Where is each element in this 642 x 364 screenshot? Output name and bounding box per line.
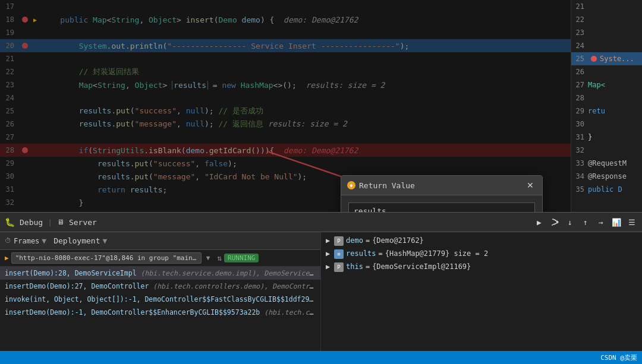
deployment-dropdown[interactable]: ▼ [102,236,107,245]
arrow-17 [31,2,39,11]
line-num-18: 18 [0,15,19,24]
arrow-25 [31,107,39,115]
rp-line-35: 35 public D [571,183,642,196]
breakpoint-18 [22,17,28,23]
frame-detail-3: (hbi.tech.controllers... [264,308,320,316]
code-line-26: 26 results.put("message", null); // 返回信息… [0,118,571,131]
line-num-19: 19 [0,29,19,37]
rp-line-28: 28 [571,91,642,105]
frames-header: ⏱ Frames ▼ Deployment ▼ [0,232,320,250]
line-num-25: 25 [0,107,19,115]
var-expand-results[interactable]: ▶ [326,249,334,258]
return-value-dialog: ◆ Return Value ✕ results ? OK Cancel [341,175,543,212]
bp-18[interactable] [19,17,31,23]
code-line-17: 17 [0,0,571,13]
line-num-30: 30 [0,172,19,181]
more-options-button[interactable]: ☰ [627,217,637,227]
line-content-28: if(StringUtils.isBlank(demo.getIdCard())… [39,146,571,155]
evaluate-button[interactable]: 📊 [611,217,622,227]
frames-panel: ⏱ Frames ▼ Deployment ▼ ▶ "http-nio-8080… [0,232,321,351]
filter-icon[interactable]: ⇅ [217,254,222,262]
arrow-21 [31,55,39,63]
rp-line-26: 26 [571,65,642,78]
arrow-20 [31,42,39,50]
modal-title-area: ◆ Return Value [347,181,415,190]
frame-item-2[interactable]: invoke(int, Object, Object[]):-1, DemoCo… [0,293,320,306]
frame-main-0: insert(Demo):28, DemoServiceImpl [5,269,137,277]
line-num-33: 33 [0,211,19,212]
step-into-button[interactable]: ↓ [565,217,575,227]
var-equals-this: = [366,262,370,271]
frame-item-3[interactable]: insertDemo(Demo):-1, DemoController$$Enh… [0,306,320,319]
thread-row: ▶ "http-nio-8080-exec-17"@18,846 in grou… [0,250,320,267]
run-to-cursor-button[interactable]: → [596,217,606,227]
var-icon-demo: P [334,236,344,246]
server-label: Server [69,218,97,227]
var-expand-this[interactable]: ▶ [326,262,334,271]
modal-icon: ◆ [347,181,355,189]
step-out-button[interactable]: ↑ [580,217,591,227]
line-num-22: 22 [0,68,19,76]
frame-detail-0: (hbi.tech.service.demo.impl), DemoServic… [141,269,321,277]
status-bar: CSDN @卖栗 [0,351,642,364]
rp-line-29: 29 retu [571,105,642,118]
code-line-24: 24 [0,91,571,105]
thread-icon: ▶ [5,254,9,262]
arrow-31 [31,185,39,194]
rp-line-22: 22 [571,13,642,26]
line-num-26: 26 [0,120,19,128]
arrow-28 [31,146,39,154]
frames-content: insert(Demo):28, DemoServiceImpl (hbi.te… [0,267,320,319]
frame-main-1: insertDemo(Demo):27, DemoController [5,282,149,290]
arrow-18: ▶ [31,15,39,24]
step-over-button[interactable] [549,217,560,227]
rp-line-21: 21 [571,0,642,13]
deployment-label: Deployment [54,236,100,245]
rp-line-31: 31 } [571,131,642,144]
modal-close-button[interactable]: ✕ [524,179,536,191]
line-num-32: 32 [0,198,19,207]
bp-20[interactable] [19,43,31,49]
variables-content: ▶ P demo = {Demo@21762} ▶ ≡ results = {H… [321,232,642,276]
arrow-30 [31,172,39,181]
bottom-panel: ⏱ Frames ▼ Deployment ▼ ▶ "http-nio-8080… [0,232,642,351]
var-item-results: ▶ ≡ results = {HashMap@21779} size = 2 [326,248,637,261]
frames-icon: ⏱ [5,237,11,245]
frame-item-1[interactable]: insertDemo(Demo):27, DemoController (hbi… [0,280,320,293]
var-expand-demo[interactable]: ▶ [326,236,334,245]
left-panel: 17 18 ▶ public Map<String, Object> inser… [0,0,571,212]
server-icon: 🖥 [57,218,64,226]
code-line-21: 21 [0,52,571,65]
code-line-29: 29 results.put("success", false); [0,157,571,170]
var-value-demo: {Demo@21762} [372,236,424,245]
arrow-24 [31,94,39,102]
breakpoint-20 [22,43,28,49]
resume-button[interactable]: ▶ [534,217,545,227]
rp-line-33: 33 @RequestM [571,157,642,170]
svg-marker-2 [557,220,559,224]
frames-dropdown[interactable]: ▼ [42,236,46,245]
rp-line-32: 32 [571,144,642,157]
thread-dropdown[interactable]: ▼ [206,254,210,262]
line-num-31: 31 [0,185,19,194]
bp-28[interactable] [19,147,31,153]
frame-main-2: invoke(int, Object, Object[]):-1, DemoCo… [5,295,317,303]
rp-line-23: 23 [571,26,642,39]
line-content-22: // 封装返回结果 [39,67,571,77]
var-equals-results: = [379,249,383,258]
code-line-28: 28 if(StringUtils.isBlank(demo.getIdCard… [0,144,571,157]
var-name-results: results [346,249,376,258]
debug-bar: 🐛 Debug | 🖥 Server ▶ ↓ ↑ → 📊 ☰ [0,212,642,232]
line-num-23: 23 [0,81,19,89]
arrow-29 [31,159,39,167]
var-item-demo: ▶ P demo = {Demo@21762} [326,235,637,248]
return-value-input[interactable]: results [348,202,535,212]
rp-line-30: 30 [571,118,642,131]
thread-select[interactable]: "http-nio-8080-exec-17"@18,846 in group … [11,252,202,264]
rp-line-25: 25 Syste... [571,52,642,65]
var-value-this: {DemoServiceImpl@21169} [372,262,471,271]
modal-body: results [341,195,542,212]
right-panel: 21 22 23 24 25 Syste... 26 [571,0,642,212]
var-icon-results: ≡ [334,249,344,259]
frame-item-0[interactable]: insert(Demo):28, DemoServiceImpl (hbi.te… [0,267,320,280]
